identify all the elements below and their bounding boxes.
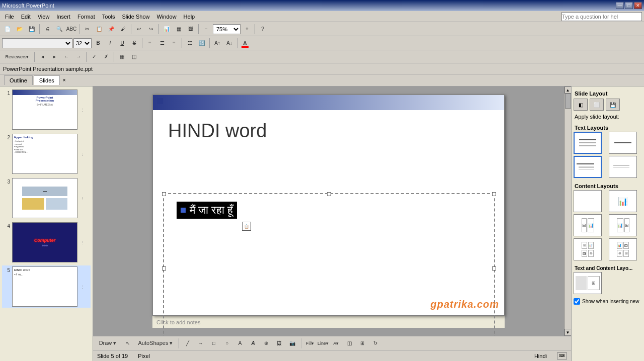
- font-color-tool[interactable]: A▾: [331, 338, 342, 349]
- menu-window[interactable]: Window: [153, 13, 179, 21]
- slide-item-2[interactable]: 2 Hyper linking • first point• second• H…: [2, 133, 91, 175]
- clipart-tool[interactable]: 🖼: [274, 338, 285, 349]
- draw-button[interactable]: Draw ▾: [95, 338, 120, 349]
- italic-button[interactable]: I: [105, 38, 116, 49]
- bold-button[interactable]: B: [93, 38, 104, 49]
- menu-slideshow[interactable]: Slide Show: [119, 13, 152, 21]
- group-shapes-button[interactable]: ⊞: [357, 338, 368, 349]
- shadow-button[interactable]: ◫: [344, 338, 355, 349]
- insert-chart-button[interactable]: 📊: [161, 24, 172, 35]
- menu-help[interactable]: Help: [181, 13, 198, 21]
- next-change-button[interactable]: ▸: [49, 51, 60, 62]
- slide-canvas[interactable]: HINDI word: [152, 95, 505, 316]
- font-color-button[interactable]: A: [239, 38, 251, 49]
- align-right-button[interactable]: ≡: [169, 38, 180, 49]
- handle-tc[interactable]: [327, 192, 331, 196]
- save-button[interactable]: 💾: [26, 24, 37, 35]
- layout-thumb-3[interactable]: [574, 156, 602, 178]
- menu-edit[interactable]: Edit: [18, 13, 34, 21]
- back-button[interactable]: ←: [61, 51, 72, 62]
- autoshapes-button[interactable]: AutoShapes ▾: [135, 338, 176, 349]
- slide-thumb-1[interactable]: PowerPointPresentation By FILMEENA: [12, 89, 77, 130]
- arrow-line-tool[interactable]: →: [195, 338, 206, 349]
- panel-icon-3[interactable]: 💾: [606, 99, 620, 111]
- rect-tool[interactable]: □: [208, 338, 219, 349]
- scrollbar-thumb[interactable]: [565, 94, 571, 109]
- slide-thumb-4[interactable]: Computer ⊛⊛⊛: [12, 222, 77, 262]
- arrow-tool-button[interactable]: ↖: [122, 338, 133, 349]
- ellipse-tool[interactable]: ○: [221, 338, 232, 349]
- group-button[interactable]: ▦: [116, 51, 127, 62]
- decrease-font-button[interactable]: A↓: [224, 38, 235, 49]
- redo-button[interactable]: ↪: [145, 24, 156, 35]
- panel-icon-1[interactable]: ◧: [574, 99, 588, 111]
- tab-slides[interactable]: Slides: [34, 75, 60, 85]
- menu-format[interactable]: Format: [74, 13, 98, 21]
- insert-table-button[interactable]: ▦: [173, 24, 184, 35]
- spell-button[interactable]: ABC: [66, 24, 77, 35]
- ungroup-button[interactable]: ◫: [128, 51, 139, 62]
- accept-button[interactable]: ✓: [89, 51, 100, 62]
- layout-thumb-1[interactable]: [574, 132, 602, 154]
- format-painter-button[interactable]: 🖌: [118, 24, 129, 35]
- tab-outline[interactable]: Outline: [4, 75, 33, 85]
- align-left-button[interactable]: ≡: [144, 38, 155, 49]
- minimize-button[interactable]: —: [616, 2, 624, 9]
- layout-thumb-2[interactable]: [609, 132, 637, 154]
- content-layout-thumb-2[interactable]: 📊: [609, 190, 637, 212]
- text-content-thumb-1[interactable]: ⊞: [574, 272, 602, 294]
- close-button[interactable]: ✕: [634, 2, 642, 9]
- prev-change-button[interactable]: ◂: [37, 51, 48, 62]
- tab-close-button[interactable]: ×: [63, 77, 66, 83]
- align-center-button[interactable]: ☰: [156, 38, 168, 49]
- panel-icon-2[interactable]: ⬜: [590, 99, 604, 111]
- numbering-button[interactable]: 🔢: [196, 38, 207, 49]
- increase-font-button[interactable]: A↑: [212, 38, 223, 49]
- strikethrough-button[interactable]: S: [129, 38, 140, 49]
- open-button[interactable]: 📂: [14, 24, 25, 35]
- handle-tl[interactable]: [162, 192, 166, 196]
- content-layout-thumb-5[interactable]: ⊞ 📊 🖼 ⊕: [574, 238, 602, 260]
- font-select[interactable]: [2, 38, 72, 48]
- underline-button[interactable]: U: [117, 38, 128, 49]
- slide-item-5[interactable]: 5 HINDI word • मैं जा... ⋮: [2, 265, 91, 308]
- bullets-button[interactable]: ☷: [184, 38, 195, 49]
- slide-item-4[interactable]: 4 Computer ⊛⊛⊛ ⋮: [2, 221, 91, 263]
- slide-thumb-2[interactable]: Hyper linking • first point• second• Hyp…: [12, 134, 77, 174]
- slide-thumb-5[interactable]: HINDI word • मैं जा...: [12, 266, 77, 307]
- layout-thumb-4[interactable]: [609, 156, 637, 178]
- fill-color-button[interactable]: Fill▾: [304, 338, 315, 349]
- menu-tools[interactable]: Tools: [99, 13, 118, 21]
- content-layout-thumb-6[interactable]: 📊 🖼 ⊕ ⊞: [609, 238, 637, 260]
- line-color-button[interactable]: Line▾: [317, 338, 329, 349]
- menu-file[interactable]: File: [2, 13, 17, 21]
- diagram-tool[interactable]: ⊕: [261, 338, 272, 349]
- scroll-down-button[interactable]: ▼: [565, 329, 572, 336]
- forward-button[interactable]: →: [73, 51, 84, 62]
- content-layout-thumb-4[interactable]: 📊 ⊞: [609, 214, 637, 236]
- copy-button[interactable]: 📋: [94, 24, 105, 35]
- slide-item-1[interactable]: 1 PowerPointPresentation By FILMEENA ⋮: [2, 88, 91, 131]
- content-layout-thumb-1[interactable]: [574, 190, 602, 212]
- paste-button[interactable]: 📌: [106, 24, 117, 35]
- maximize-button[interactable]: □: [625, 2, 633, 9]
- undo-button[interactable]: ↩: [133, 24, 144, 35]
- insert-picture-button[interactable]: 🖼: [185, 24, 196, 35]
- content-layout-thumb-3[interactable]: ⊞ 📊: [574, 214, 602, 236]
- slide-thumb-3[interactable]: ▬▬: [12, 178, 77, 218]
- help-button[interactable]: ?: [257, 24, 268, 35]
- zoom-in-button[interactable]: +: [242, 24, 253, 35]
- slide-content-box[interactable]: मैं जा रहा हूँ 📋: [163, 193, 495, 336]
- reject-button[interactable]: ✗: [101, 51, 112, 62]
- handle-mr[interactable]: [492, 266, 496, 270]
- hindi-text-selected[interactable]: मैं जा रहा हूँ: [177, 202, 237, 219]
- line-tool[interactable]: ╱: [182, 338, 193, 349]
- slide-item-3[interactable]: 3 ▬▬ ⋮: [2, 177, 91, 219]
- scroll-up-button[interactable]: ▲: [565, 86, 572, 94]
- preview-button[interactable]: 🔍: [54, 24, 65, 35]
- paste-smart-icon[interactable]: 📋: [242, 222, 251, 231]
- show-inserting-checkbox[interactable]: [574, 298, 580, 305]
- print-button[interactable]: 🖨: [42, 24, 53, 35]
- handle-ml[interactable]: [162, 266, 166, 270]
- wordart-tool[interactable]: A: [248, 338, 259, 349]
